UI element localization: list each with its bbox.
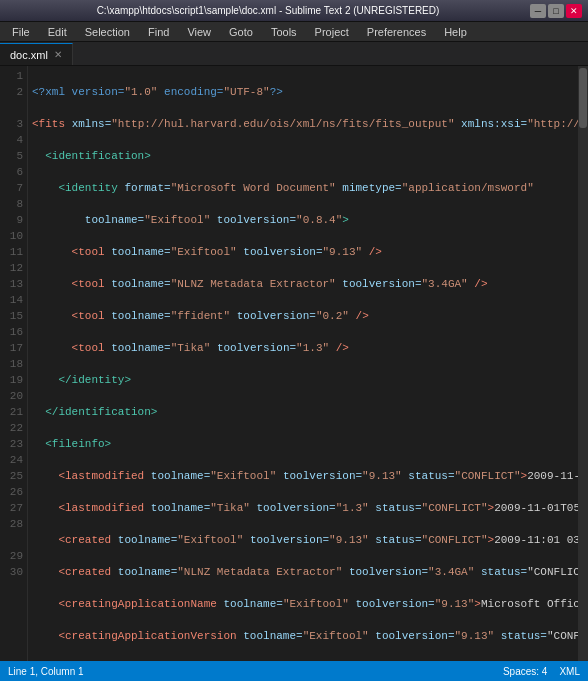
- status-right: Spaces: 4 XML: [503, 666, 580, 677]
- close-button[interactable]: ✕: [566, 4, 582, 18]
- line-numbers: 1 2 3 4 5 6 7 8 9 10 11 12 13 14 15 16 1…: [0, 66, 28, 661]
- menu-tools[interactable]: Tools: [263, 24, 305, 40]
- indent-info: Spaces: 4: [503, 666, 547, 677]
- menu-help[interactable]: Help: [436, 24, 475, 40]
- tab-doc-xml[interactable]: doc.xml ✕: [0, 43, 73, 65]
- editor-scrollbar[interactable]: [578, 66, 588, 661]
- code-area[interactable]: <?xml version="1.0" encoding="UTF-8"?> <…: [28, 66, 578, 661]
- maximize-button[interactable]: □: [548, 4, 564, 18]
- status-bar: Line 1, Column 1 Spaces: 4 XML: [0, 661, 588, 681]
- menu-goto[interactable]: Goto: [221, 24, 261, 40]
- menu-view[interactable]: View: [179, 24, 219, 40]
- title-bar: C:\xampp\htdocs\script1\sample\doc.xml -…: [0, 0, 588, 22]
- menu-project[interactable]: Project: [307, 24, 357, 40]
- menu-bar: File Edit Selection Find View Goto Tools…: [0, 22, 588, 42]
- title-text: C:\xampp\htdocs\script1\sample\doc.xml -…: [6, 5, 530, 16]
- tab-close-icon[interactable]: ✕: [54, 49, 62, 60]
- tab-bar: doc.xml ✕: [0, 42, 588, 66]
- scroll-thumb[interactable]: [579, 68, 587, 128]
- menu-file[interactable]: File: [4, 24, 38, 40]
- menu-preferences[interactable]: Preferences: [359, 24, 434, 40]
- menu-edit[interactable]: Edit: [40, 24, 75, 40]
- status-left: Line 1, Column 1: [8, 666, 84, 677]
- menu-selection[interactable]: Selection: [77, 24, 138, 40]
- cursor-position: Line 1, Column 1: [8, 666, 84, 677]
- editor: 1 2 3 4 5 6 7 8 9 10 11 12 13 14 15 16 1…: [0, 66, 588, 661]
- menu-find[interactable]: Find: [140, 24, 177, 40]
- file-type: XML: [559, 666, 580, 677]
- window-controls[interactable]: ─ □ ✕: [530, 4, 582, 18]
- minimize-button[interactable]: ─: [530, 4, 546, 18]
- tab-label: doc.xml: [10, 49, 48, 61]
